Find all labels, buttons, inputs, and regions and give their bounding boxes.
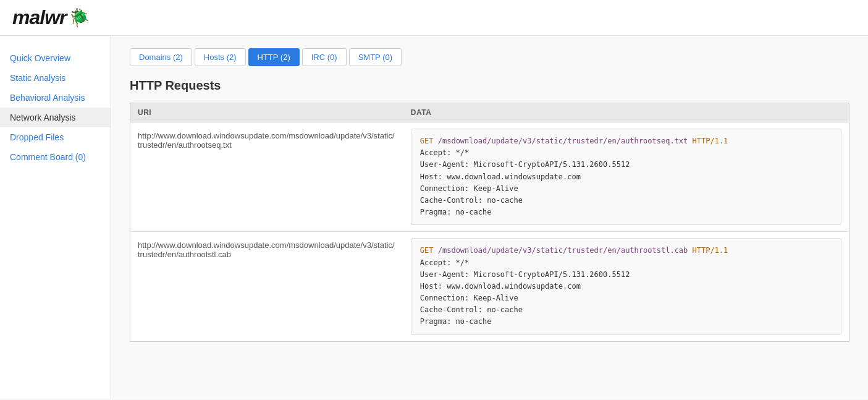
data-line-0-0: GET /msdownload/update/v3/static/trusted… (420, 135, 832, 147)
data-cell-0: GET /msdownload/update/v3/static/trusted… (403, 122, 849, 232)
tab-domains[interactable]: Domains (2) (130, 48, 192, 66)
data-line-0-4: Connection: Keep-Alive (420, 183, 832, 195)
data-line-0-3: Host: www.download.windowsupdate.com (420, 171, 832, 183)
table-row: http://www.download.windowsupdate.com/ms… (130, 232, 849, 341)
col-header-data: DATA (403, 103, 849, 122)
header-value: no-cache (482, 196, 523, 205)
header-key: Host: (420, 172, 442, 181)
data-line-1-4: Connection: Keep-Alive (420, 292, 832, 304)
data-line-1-0: GET /msdownload/update/v3/static/trusted… (420, 245, 832, 257)
http-requests-table: URI DATA http://www.download.windowsupda… (130, 103, 849, 342)
tab-hosts[interactable]: Hosts (2) (195, 48, 246, 66)
header-value: www.download.windowsupdate.com (442, 282, 581, 291)
header: malwr 🪲 (0, 0, 868, 36)
network-analysis-label: Network Analysis (10, 113, 76, 122)
header-value: Microsoft-CryptoAPI/5.131.2600.5512 (469, 160, 630, 169)
data-cell-1: GET /msdownload/update/v3/static/trusted… (403, 232, 849, 341)
sidebar-item-comment-board[interactable]: Comment Board (0) (0, 147, 111, 167)
header-key: Cache-Control: (420, 305, 482, 314)
tabs-bar: Domains (2) Hosts (2) HTTP (2) IRC (0) S… (130, 48, 849, 66)
sidebar-item-static-analysis[interactable]: Static Analysis (0, 68, 111, 88)
http-version: HTTP/1.1 (693, 246, 728, 255)
data-line-1-5: Cache-Control: no-cache (420, 304, 832, 316)
header-key: Cache-Control: (420, 196, 482, 205)
header-key: Host: (420, 282, 442, 291)
section-title: HTTP Requests (130, 79, 849, 93)
data-box-0: GET /msdownload/update/v3/static/trusted… (411, 129, 841, 225)
header-key: User-Agent: (420, 270, 469, 279)
tab-smtp[interactable]: SMTP (0) (349, 48, 402, 66)
sidebar-item-quick-overview[interactable]: Quick Overview (0, 48, 111, 68)
logo-text: malwr (12, 6, 66, 29)
content-area: Domains (2) Hosts (2) HTTP (2) IRC (0) S… (111, 36, 868, 399)
header-value: */* (451, 148, 469, 157)
sidebar-item-dropped-files[interactable]: Dropped Files (0, 127, 111, 147)
data-line-1-1: Accept: */* (420, 257, 832, 269)
header-value: Keep-Alive (469, 184, 518, 193)
data-line-0-1: Accept: */* (420, 147, 832, 159)
http-method: GET (420, 137, 434, 145)
http-path: /msdownload/update/v3/static/trustedr/en… (438, 246, 688, 255)
uri-cell-0: http://www.download.windowsupdate.com/ms… (130, 122, 403, 232)
uri-value-0: http://www.download.windowsupdate.com/ms… (138, 131, 395, 150)
data-line-0-2: User-Agent: Microsoft-CryptoAPI/5.131.26… (420, 159, 832, 171)
col-header-uri: URI (130, 103, 403, 122)
header-value: www.download.windowsupdate.com (442, 172, 581, 181)
header-value: no-cache (451, 208, 491, 216)
header-key: User-Agent: (420, 160, 469, 169)
uri-cell-1: http://www.download.windowsupdate.com/ms… (130, 232, 403, 341)
logo: malwr 🪲 (12, 6, 88, 29)
sidebar-item-network-analysis[interactable]: Network Analysis (0, 108, 111, 127)
http-version: HTTP/1.1 (693, 137, 728, 145)
header-key: Pragma: (420, 208, 452, 216)
quick-overview-link[interactable]: Quick Overview (10, 53, 101, 63)
header-key: Accept: (420, 148, 452, 157)
header-key: Pragma: (420, 317, 452, 326)
logo-bug: 🪲 (67, 7, 88, 28)
data-line-1-3: Host: www.download.windowsupdate.com (420, 281, 832, 292)
header-value: no-cache (451, 317, 491, 326)
data-line-1-6: Pragma: no-cache (420, 316, 832, 328)
comment-board-link[interactable]: Comment Board (0) (10, 152, 101, 162)
table-row: http://www.download.windowsupdate.com/ms… (130, 122, 849, 232)
tab-irc[interactable]: IRC (0) (302, 48, 347, 66)
header-value: Keep-Alive (469, 294, 518, 302)
data-line-1-2: User-Agent: Microsoft-CryptoAPI/5.131.26… (420, 269, 832, 281)
header-key: Accept: (420, 258, 452, 267)
sidebar-item-behavioral-analysis[interactable]: Behavioral Analysis (0, 88, 111, 108)
http-path: /msdownload/update/v3/static/trustedr/en… (438, 137, 688, 145)
static-analysis-link[interactable]: Static Analysis (10, 73, 101, 83)
http-method: GET (420, 246, 434, 255)
behavioral-analysis-link[interactable]: Behavioral Analysis (10, 93, 101, 103)
header-key: Connection: (420, 184, 469, 193)
header-key: Connection: (420, 294, 469, 302)
data-box-1: GET /msdownload/update/v3/static/trusted… (411, 238, 841, 334)
header-value: */* (451, 258, 469, 267)
uri-value-1: http://www.download.windowsupdate.com/ms… (138, 240, 395, 259)
header-value: no-cache (482, 305, 523, 314)
data-line-0-6: Pragma: no-cache (420, 206, 832, 218)
dropped-files-link[interactable]: Dropped Files (10, 132, 101, 142)
data-line-0-5: Cache-Control: no-cache (420, 195, 832, 206)
header-value: Microsoft-CryptoAPI/5.131.2600.5512 (469, 270, 630, 279)
sidebar: Quick Overview Static Analysis Behaviora… (0, 36, 111, 399)
tab-http[interactable]: HTTP (2) (248, 48, 300, 66)
main-layout: Quick Overview Static Analysis Behaviora… (0, 36, 868, 399)
